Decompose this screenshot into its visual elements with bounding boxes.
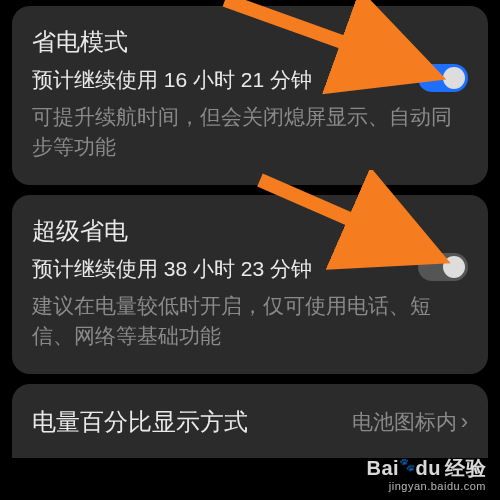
toggle-knob (443, 67, 465, 89)
row-value: 电池图标内 › (352, 408, 468, 436)
watermark: Bai🐾du 经验 jingyan.baidu.com (366, 455, 486, 492)
super-power-saving-card: 超级省电 预计继续使用 38 小时 23 分钟 建议在电量较低时开启，仅可使用电… (12, 195, 488, 374)
watermark-suffix: 经验 (445, 455, 486, 482)
chevron-right-icon: › (461, 409, 468, 435)
watermark-brand: Bai🐾du (366, 457, 441, 480)
power-saving-mode-card: 省电模式 预计继续使用 16 小时 21 分钟 可提升续航时间，但会关闭熄屏显示… (12, 6, 488, 185)
card-subtitle: 预计继续使用 16 小时 21 分钟 (32, 66, 468, 94)
card-description: 建议在电量较低时开启，仅可使用电话、短信、网络等基础功能 (32, 291, 468, 352)
power-saving-toggle[interactable] (418, 64, 468, 92)
card-title: 超级省电 (32, 215, 468, 247)
card-subtitle: 预计继续使用 38 小时 23 分钟 (32, 255, 468, 283)
watermark-url: jingyan.baidu.com (366, 480, 486, 492)
card-description: 可提升续航时间，但会关闭熄屏显示、自动同步等功能 (32, 102, 468, 163)
card-title: 省电模式 (32, 26, 468, 58)
super-power-saving-toggle[interactable] (418, 253, 468, 281)
paw-icon: 🐾 (399, 457, 416, 472)
battery-percentage-display-row[interactable]: 电量百分比显示方式 电池图标内 › (12, 384, 488, 458)
row-title: 电量百分比显示方式 (32, 406, 248, 438)
toggle-knob (443, 256, 465, 278)
row-value-text: 电池图标内 (352, 408, 457, 436)
